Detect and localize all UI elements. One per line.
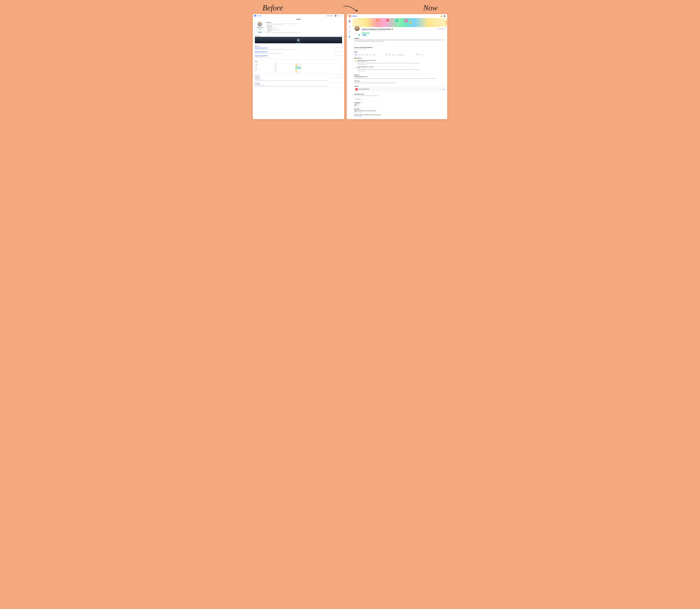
before-intro-video-section: Intro video ⊕ ▶	[254, 35, 343, 44]
skill-level-node	[295, 65, 342, 66]
before-edu-add-icon[interactable]: ⊕	[341, 46, 342, 47]
lang-english: English : Fluent	[354, 104, 446, 105]
sidebar-item-messages[interactable]: 💬 Messages	[348, 30, 351, 34]
edit-languages-icon[interactable]: ✎	[361, 102, 362, 103]
wh-desc-google: Developed scalable web apps, optimized b…	[357, 69, 446, 70]
now-profile-name: Yordanos Alemayehu | Frontend Developer …	[361, 28, 446, 30]
beginner-chips: Grafql Tae Go	[416, 54, 446, 55]
exp-tag: Figma	[263, 85, 265, 86]
exp-desc-1: As a front-end developer at Africa IT So…	[255, 81, 342, 81]
before-exp-label: Experience	[255, 75, 260, 76]
skill-level-react	[295, 68, 342, 69]
degree-field-2: Software Engineering	[260, 52, 265, 53]
project-sql-desc: Single binary, single command SQL databa…	[354, 83, 446, 84]
share-icon[interactable]: ↗	[442, 89, 443, 90]
show-more-btn[interactable]: more	[354, 43, 356, 44]
now-avatar	[354, 25, 360, 31]
edit-education-icon[interactable]: ✎	[360, 108, 361, 110]
wh-tag-a2sv: React, NextJs and +5 skills	[357, 64, 366, 65]
edu-degree-2: Bachelor's Degree Software Engineering	[255, 52, 342, 53]
edu-desc-3: My journey as a student pursuing the Bac…	[255, 57, 342, 57]
skill-chip-ts: Typescript	[364, 54, 369, 55]
wh-tag-google: Java, C++ and +5 skills	[357, 71, 365, 71]
now-projects-section: Projects i Natural language Date picker …	[354, 74, 446, 84]
exp-tag: Nuxt	[258, 85, 260, 86]
lang-english-level-text: Fluent	[358, 104, 360, 105]
exp-desc-2: As a front-end developer at Africa IT So…	[255, 86, 342, 87]
service-item: Game Optimisations	[267, 30, 343, 31]
panels-row: e eskalate Unavailable for Job Daniel Te…	[253, 14, 447, 119]
edu-now-bachelors: Bachelor's degree of Computer Science | …	[354, 114, 446, 117]
eskalate-logo-icon: e	[254, 15, 256, 17]
edu-now-masters: Master's of Computer Science | Unity Uni…	[354, 110, 446, 113]
sidebar-item-profile[interactable]: 👤 Profile	[348, 35, 351, 39]
wh-item-google: G Software Engineer Intern | 3 months Go…	[354, 66, 446, 72]
work-history-title-text: Work history	[354, 57, 361, 59]
skill-name-node: Node.js	[255, 65, 274, 66]
before-skills-add-icon[interactable]: ⊕	[341, 61, 342, 62]
exp-info-icon: i	[372, 47, 373, 48]
applied-label: Applied	[348, 28, 351, 28]
before-video-edit-icon[interactable]: ⊕	[341, 35, 342, 36]
sidebar-item-applied[interactable]: 📋 Applied	[348, 25, 351, 29]
github-now-icon[interactable]: ⌥	[361, 34, 363, 36]
skill-level-go	[295, 72, 342, 73]
before-username: Daniel Tesfaye	[338, 15, 343, 16]
edit-profile-icon[interactable]: ✎	[393, 29, 394, 30]
intermediate-label: Intermediate	[385, 53, 415, 54]
edu-bachelors-dates: October 2018 - August 2024	[354, 116, 446, 117]
skill-exp-java: 1 years	[274, 70, 295, 71]
sidebar-item-job-offers[interactable]: 💼 Job offers	[348, 19, 352, 23]
twitter-now-icon[interactable]: 𝕏	[365, 34, 366, 36]
skill-exp-go: 4 years	[274, 72, 295, 73]
before-exp-years: 5 Years	[255, 31, 257, 31]
now-panel: e Eskalate 🔔 💼 Jo	[347, 14, 447, 119]
facebook-icon[interactable]	[261, 32, 262, 33]
now-skills-title: Skills i	[354, 51, 446, 53]
github-icon[interactable]	[259, 32, 260, 33]
arrow-container	[334, 3, 366, 15]
add-video-link-button[interactable]: Add video link	[354, 98, 361, 100]
exp-tag: Figma	[261, 80, 262, 80]
service-item: Cross-platform UI	[267, 27, 343, 27]
exp-tag: Nuxt	[258, 80, 260, 80]
resume-meta: 9 Days ago | 5 Pages | 255	[358, 89, 369, 90]
download-icon[interactable]: ⬇	[439, 89, 441, 90]
skill-level-js	[295, 64, 342, 65]
advanced-label: Advanced	[354, 53, 384, 54]
arrow-svg	[334, 3, 366, 15]
before-exp-title: Experience ⊕	[255, 75, 342, 76]
play-button[interactable]: ▶	[297, 38, 300, 42]
video-controls	[296, 42, 301, 43]
project-nlp: Natural language Date picker June 2022 -…	[354, 76, 446, 79]
wh-desc-a2sv: Developed scalable web apps, optimized b…	[357, 63, 446, 64]
exp-tag: React	[256, 85, 258, 86]
skill-level-vue	[295, 67, 342, 67]
linkedin-icon[interactable]	[258, 32, 259, 33]
lang-amharic: Amharic : Native	[354, 105, 446, 106]
bell-icon[interactable]: 🔔	[441, 15, 442, 17]
now-resume-section: Resume PDF Yordanos Alemayehu.pdf 9 Days…	[354, 86, 446, 91]
now-user-avatar[interactable]	[443, 15, 446, 17]
google-logo: G	[354, 67, 357, 69]
intro-video-title-text: Introduction Video	[354, 93, 364, 95]
now-languages-section: Languages ✎ English : Fluent Amharic :	[354, 102, 446, 106]
see-preview-button[interactable]: See public preview ↗	[438, 28, 446, 29]
degree-field-3: Software Engineering	[260, 56, 265, 57]
project-nlp-desc: A framework-agnostic, accessible datepic…	[354, 78, 446, 79]
unavail-badge[interactable]: Unavailable for Job	[326, 15, 334, 17]
skill-chip-tae: Tae	[419, 54, 421, 55]
exp-tags-2: Vue React Nuxt Svelte Figma	[255, 85, 342, 86]
linkedin-now-icon[interactable]: in	[363, 34, 364, 36]
before-tag-fulltime: Full Time	[258, 29, 262, 30]
before-exp-add-icon[interactable]: ⊕	[341, 75, 342, 76]
headline-title-text: Headline	[354, 38, 359, 39]
wh-tags-a2sv: React, NextJs and +5 skills	[357, 64, 446, 65]
before-stats: 5 Years	[255, 31, 265, 31]
external-link-icon: ↗	[445, 28, 446, 29]
edu-item-2: Addis Abeba Science and Technology 27 Ma…	[255, 51, 342, 55]
eskalate-now-icon: e	[349, 15, 350, 17]
resume-info: Yordanos Alemayehu.pdf 9 Days ago | 5 Pa…	[358, 88, 369, 90]
skill-chip-react: React	[358, 54, 361, 55]
delete-resume-icon[interactable]: 🗑	[443, 89, 445, 90]
